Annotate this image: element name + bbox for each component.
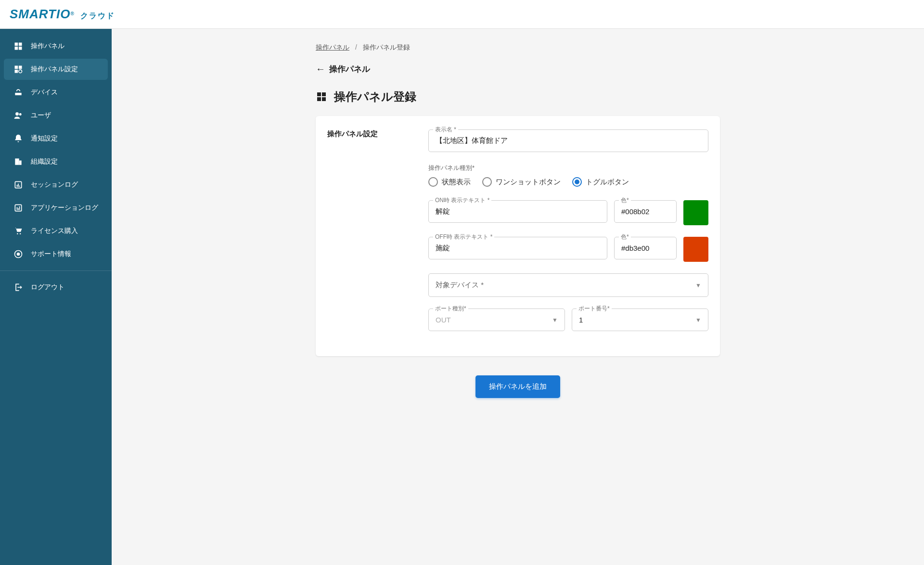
logout-icon [13,282,23,292]
on-color-label: 色* [619,196,631,205]
svg-rect-26 [317,97,321,101]
svg-point-9 [19,113,22,116]
off-text-label: OFF時 表示テキスト * [433,233,494,241]
add-panel-button[interactable]: 操作パネルを追加 [475,375,560,398]
svg-point-7 [19,70,22,73]
target-device-label: 対象デバイス * [436,281,484,290]
radio-oneshot-button[interactable]: ワンショットボタン [482,177,561,187]
port-type-field: ポート種別* OUT ▼ [428,308,565,331]
sidebar-item-label: 組織設定 [31,157,58,166]
brand-sub: クラウド [80,12,115,20]
cart-icon [13,226,23,236]
svg-rect-2 [15,47,18,50]
svg-rect-0 [15,43,18,46]
radio-icon [482,177,492,187]
port-number-field: ポート番号* 1 ▼ [572,308,708,331]
on-text-label: ON時 表示テキスト * [433,196,491,205]
sidebar-item-license[interactable]: ライセンス購入 [4,220,108,242]
svg-rect-11 [19,161,22,165]
svg-rect-3 [19,47,22,50]
sidebar-item-device[interactable]: デバイス [4,82,108,103]
dashboard-cog-icon [13,64,23,74]
sidebar-item-label: ログアウト [31,283,64,292]
off-color-swatch[interactable] [683,237,708,262]
display-name-label: 表示名 * [433,126,458,134]
brand-main: SMARTIO [10,7,70,21]
sidebar-item-label: 操作パネル [31,42,64,51]
sidebar-divider [0,270,112,271]
router-icon [13,88,23,97]
on-color-swatch[interactable] [683,200,708,225]
radio-label: ワンショットボタン [496,178,561,187]
arrow-left-icon: ← [316,64,325,75]
off-color-field: 色* [614,237,677,259]
radio-label: トグルボタン [586,178,629,187]
svg-rect-25 [322,92,326,96]
radio-toggle-button[interactable]: トグルボタン [572,177,629,187]
display-name-input[interactable] [428,129,708,152]
page-title: 操作パネル登録 [316,89,720,104]
radio-icon [572,177,582,187]
sidebar-item-notifications[interactable]: 通知設定 [4,128,108,149]
sidebar-item-app-log[interactable]: アプリケーションログ [4,197,108,218]
sidebar-item-support[interactable]: サポート情報 [4,244,108,265]
building-icon [13,157,23,167]
svg-point-21 [20,233,21,235]
sidebar-item-label: ユーザ [31,111,51,120]
svg-point-23 [17,253,20,256]
app-header: SMARTIO® クラウド [0,0,924,29]
back-link[interactable]: ← 操作パネル [316,64,720,75]
chevron-down-icon: ▼ [552,317,558,323]
port-type-value: OUT [436,316,451,324]
off-text-field: OFF時 表示テキスト * [428,237,607,259]
off-color-label: 色* [619,233,631,241]
form-card: 操作パネル設定 表示名 * 操作パネル種別* 状態表示 [316,116,720,356]
panel-type-group: 操作パネル種別* 状態表示 ワンショットボタン [428,164,708,187]
breadcrumb-parent[interactable]: 操作パネル [316,43,349,51]
svg-rect-27 [322,97,326,101]
sidebar-item-label: セッションログ [31,180,78,189]
on-text-field: ON時 表示テキスト * [428,200,607,223]
bell-icon [13,134,23,143]
users-icon [13,111,23,120]
chevron-down-icon: ▼ [695,282,701,289]
svg-rect-4 [15,66,18,69]
panel-type-label: 操作パネル種別* [428,164,708,172]
port-number-label: ポート番号* [577,305,612,313]
breadcrumb: 操作パネル / 操作パネル登録 [316,43,720,52]
svg-rect-24 [317,92,321,96]
dashboard-icon [13,41,23,51]
sidebar-item-label: デバイス [31,88,58,97]
svg-rect-10 [15,158,19,165]
port-number-value: 1 [579,316,583,324]
chevron-down-icon: ▼ [695,317,701,323]
sidebar-item-panel-settings[interactable]: 操作パネル設定 [4,59,108,80]
sidebar-item-label: アプリケーションログ [31,204,98,212]
breadcrumb-current: 操作パネル登録 [363,43,410,51]
svg-rect-15 [19,186,20,187]
radio-status-display[interactable]: 状態表示 [428,177,471,187]
chart-bar-icon [13,180,23,190]
main-content: 操作パネル / 操作パネル登録 ← 操作パネル 操作パネル登録 操作パネル設定 … [112,29,924,565]
sidebar-item-logout[interactable]: ログアウト [4,277,108,298]
breadcrumb-sep: / [355,43,357,51]
svg-point-8 [15,112,19,116]
back-label: 操作パネル [329,64,370,75]
sidebar-item-label: サポート情報 [31,250,71,258]
svg-rect-13 [17,185,18,187]
brand-logo: SMARTIO® クラウド [10,7,115,22]
brand-reg: ® [70,11,74,16]
svg-rect-19 [19,206,20,210]
sidebar-item-session-log[interactable]: セッションログ [4,174,108,195]
svg-rect-18 [18,208,19,210]
on-color-field: 色* [614,200,677,223]
radio-label: 状態表示 [442,178,471,187]
target-device-select[interactable]: 対象デバイス * ▼ [428,273,708,297]
sidebar-item-users[interactable]: ユーザ [4,105,108,126]
sidebar-item-panel[interactable]: 操作パネル [4,36,108,57]
svg-rect-6 [15,70,18,73]
svg-rect-14 [18,184,19,187]
sidebar-item-org[interactable]: 組織設定 [4,151,108,172]
svg-rect-1 [19,43,22,46]
svg-point-20 [17,233,18,235]
